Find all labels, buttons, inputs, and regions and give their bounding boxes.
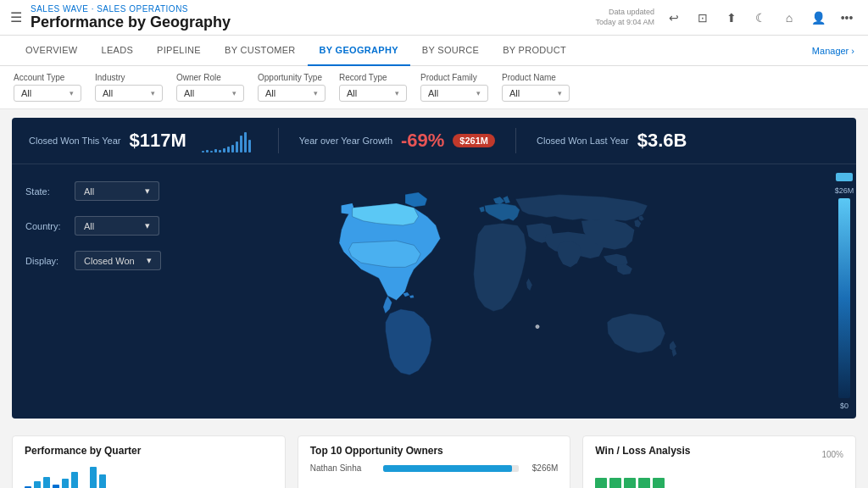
owner-bar-fill	[383, 465, 513, 472]
tab-by-geography[interactable]: By Geography	[308, 36, 410, 66]
nav-tabs-left: Overview Leads Pipeline By Customer By G…	[14, 36, 578, 66]
mini-bar	[248, 140, 251, 152]
chevron-down-icon: ▾	[476, 89, 481, 97]
person-icon[interactable]: 👤	[807, 7, 829, 29]
filter-select-owner-role[interactable]: All ▾	[176, 85, 244, 102]
tab-pipeline[interactable]: Pipeline	[145, 36, 213, 66]
chart-bar	[43, 477, 50, 489]
owner-item: Nathan Sinha $266M	[310, 463, 559, 473]
win-bar	[595, 478, 607, 488]
tab-by-product[interactable]: By Product	[491, 36, 578, 66]
win-bar	[638, 478, 650, 488]
page-title: Performance by Geography	[31, 14, 231, 31]
map-filter-state-select[interactable]: All ▾	[75, 181, 159, 201]
filter-select-product-family[interactable]: All ▾	[420, 85, 488, 102]
mini-bar	[223, 148, 225, 152]
filter-label-account-type: Account Type	[14, 73, 81, 82]
world-map[interactable]	[312, 181, 719, 402]
stats-bar: Closed Won This Year $117M Year over Yea…	[12, 118, 856, 164]
mini-bar	[214, 149, 217, 152]
theme-icon[interactable]: ☾	[749, 7, 771, 29]
map-filter-country-select[interactable]: All ▾	[75, 216, 159, 236]
tab-by-customer[interactable]: By Customer	[213, 36, 308, 66]
chevron-down-icon: ▾	[314, 89, 318, 97]
share-icon[interactable]: ⬆	[721, 7, 743, 29]
map-filters-panel: State: All ▾ Country: All ▾ Display: Clo…	[12, 164, 198, 419]
filters-row: Account Type All ▾ Industry All ▾ Owner …	[0, 66, 868, 109]
stat-divider-2	[515, 128, 516, 153]
mini-bar	[219, 150, 221, 152]
tab-by-source[interactable]: By Source	[410, 36, 491, 66]
bookmark-icon[interactable]: ⊡	[692, 7, 714, 29]
map-area: State: All ▾ Country: All ▾ Display: Clo…	[12, 164, 856, 419]
mini-bar	[236, 141, 238, 152]
mini-bar	[210, 151, 213, 152]
tab-leads[interactable]: Leads	[90, 36, 146, 66]
menu-icon[interactable]: ☰	[10, 9, 22, 25]
chevron-down-icon: ▾	[151, 89, 155, 97]
scale-min-label: $0	[840, 402, 849, 410]
filter-select-account-type[interactable]: All ▾	[14, 85, 81, 102]
undo-icon[interactable]: ↩	[663, 7, 685, 29]
color-scale: $26M $0	[832, 164, 856, 419]
win-loss-title: Win / Loss Analysis	[595, 445, 690, 457]
mini-bar	[202, 151, 204, 152]
home-icon[interactable]: ⌂	[778, 7, 800, 29]
map-filter-state-label: State:	[25, 186, 68, 197]
wl-bar-group	[653, 464, 665, 488]
scale-thumb[interactable]	[836, 173, 853, 181]
map-filter-country-label: Country:	[25, 221, 68, 231]
chart-bar	[34, 481, 41, 488]
manager-button[interactable]: Manager ›	[812, 46, 854, 56]
chevron-down-icon: ▾	[232, 89, 236, 97]
map-filter-country: Country: All ▾	[25, 216, 185, 236]
filter-product-name: Product Name All ▾	[502, 73, 570, 102]
yoy-growth-block: Year over Year Growth -69% $261M	[299, 130, 495, 152]
svg-point-1	[536, 325, 539, 329]
yoy-growth-label: Year over Year Growth	[299, 136, 392, 146]
filter-select-industry[interactable]: All ▾	[95, 85, 163, 102]
mini-bar	[244, 132, 247, 152]
filter-select-product-name[interactable]: All ▾	[502, 85, 570, 102]
tab-overview[interactable]: Overview	[14, 36, 90, 66]
win-bar	[609, 478, 621, 488]
map-filter-display: Display: Closed Won ▾	[25, 251, 185, 270]
closed-won-last-year-value: $3.6B	[637, 130, 687, 152]
filter-account-type: Account Type All ▾	[14, 73, 81, 102]
toolbar-actions: ↩ ⊡ ⬆ ☾ ⌂ 👤 •••	[663, 7, 858, 29]
mini-bar	[231, 145, 234, 152]
filter-label-product-name: Product Name	[502, 73, 570, 82]
top-10-owners-title: Top 10 Opportunity Owners	[310, 445, 559, 457]
filter-owner-role: Owner Role All ▾	[176, 73, 244, 102]
chart-bar	[71, 472, 78, 488]
owner-name: Nathan Sinha	[310, 463, 378, 473]
wl-bar-group	[638, 464, 650, 488]
filter-opportunity-type: Opportunity Type All ▾	[258, 73, 326, 102]
closed-won-last-year-label: Closed Won Last Year	[537, 136, 629, 146]
win-bar	[653, 478, 665, 488]
wl-bar-group	[624, 464, 636, 488]
chevron-down-icon: ▾	[145, 186, 150, 197]
chart-bar	[90, 467, 97, 488]
owner-value: $266M	[524, 463, 558, 473]
yoy-badge: $261M	[453, 134, 495, 147]
wl-bar-group	[595, 464, 607, 488]
owner-bar-track	[383, 465, 520, 472]
yoy-growth-value: -69%	[401, 130, 444, 152]
performance-by-quarter-chart	[25, 463, 273, 488]
map-container[interactable]	[198, 164, 832, 419]
scale-max-label: $26M	[835, 186, 854, 195]
chevron-down-icon: ▾	[70, 89, 74, 97]
filter-select-opportunity-type[interactable]: All ▾	[258, 85, 326, 102]
chevron-down-icon: ▾	[395, 89, 399, 97]
stat-divider-1	[278, 128, 279, 153]
more-icon[interactable]: •••	[836, 7, 858, 29]
mini-bar	[240, 136, 242, 152]
filter-select-record-type[interactable]: All ▾	[339, 85, 407, 102]
wl-bar-group	[609, 464, 621, 488]
closed-won-this-year-value: $117M	[129, 130, 186, 152]
mini-sparkline	[202, 129, 251, 152]
chevron-down-icon: ▾	[558, 89, 562, 97]
filter-record-type: Record Type All ▾	[339, 73, 407, 102]
map-filter-display-select[interactable]: Closed Won ▾	[75, 251, 161, 270]
